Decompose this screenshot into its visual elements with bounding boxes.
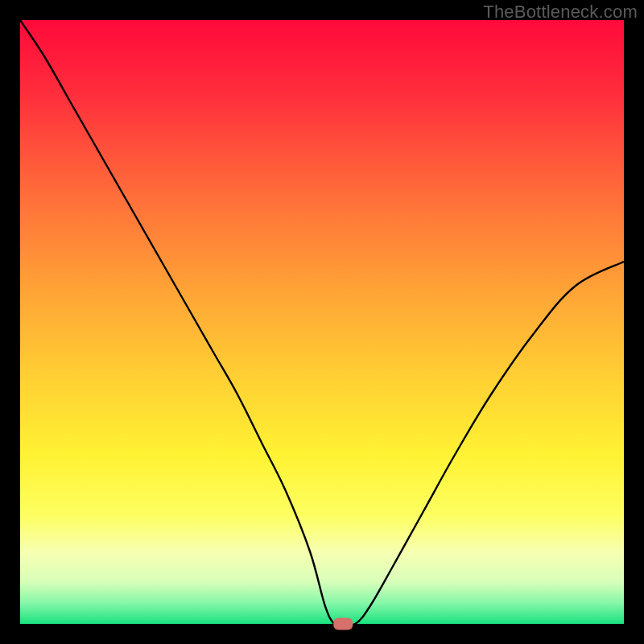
optimal-point-marker [333,618,353,630]
chart-frame: TheBottleneck.com [0,0,644,644]
bottleneck-chart [0,0,644,644]
watermark-text: TheBottleneck.com [483,2,638,23]
plot-background [20,20,624,624]
